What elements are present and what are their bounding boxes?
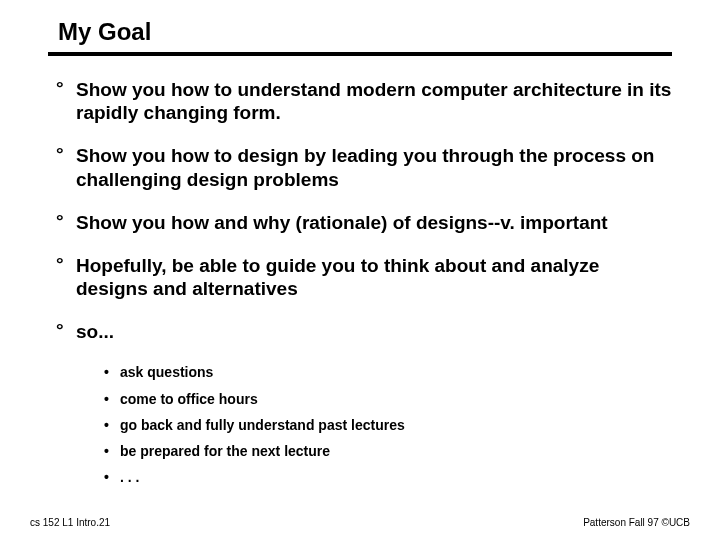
bullet-item: Hopefully, be able to guide you to think…: [56, 254, 672, 300]
bullet-item: Show you how to design by leading you th…: [56, 144, 672, 190]
slide-title: My Goal: [48, 18, 672, 56]
slide: My Goal Show you how to understand moder…: [0, 0, 720, 540]
bullet-item: so...: [56, 320, 672, 343]
bullet-item: Show you how to understand modern comput…: [56, 78, 672, 124]
footer-left: cs 152 L1 Intro.21: [30, 517, 110, 528]
bullet-item: Show you how and why (rationale) of desi…: [56, 211, 672, 234]
sub-bullet-item: . . .: [104, 468, 672, 486]
sub-bullet-item: go back and fully understand past lectur…: [104, 416, 672, 434]
sub-bullet-list: ask questions come to office hours go ba…: [48, 363, 672, 486]
footer-right: Patterson Fall 97 ©UCB: [583, 517, 690, 528]
sub-bullet-item: come to office hours: [104, 390, 672, 408]
main-bullet-list: Show you how to understand modern comput…: [48, 78, 672, 343]
sub-bullet-item: be prepared for the next lecture: [104, 442, 672, 460]
sub-bullet-item: ask questions: [104, 363, 672, 381]
